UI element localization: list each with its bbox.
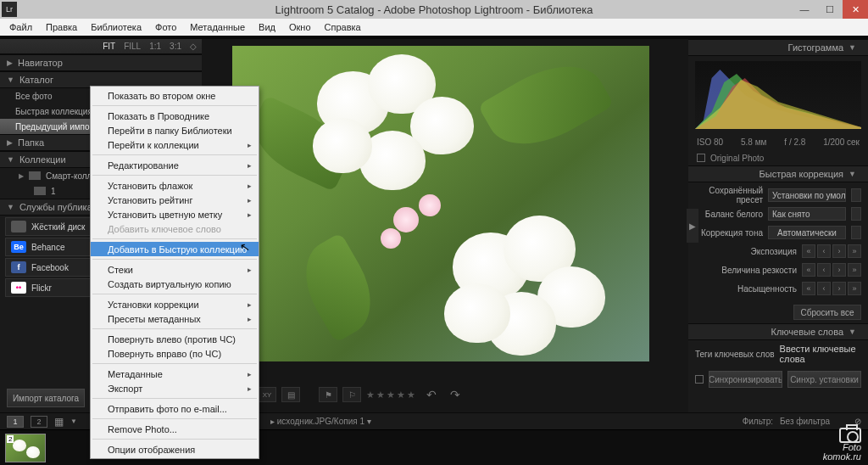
flickr-icon: •• [11,282,26,294]
tone-expand[interactable] [851,226,861,239]
checkbox-icon[interactable] [697,154,705,162]
right-panel: ▶ Гистограмма ▼ ISO 80 5.8 мм f / 2.8 1/… [688,39,868,412]
ctx-перейти-к-коллекции[interactable]: Перейти к коллекции [91,137,259,152]
ctx-установить-рейтинг[interactable]: Установить рейтинг [91,193,259,207]
view-survey-button[interactable]: ▤ [281,387,300,402]
histogram-header[interactable]: Гистограмма ▼ [688,39,868,56]
zoom-fit[interactable]: FIT [103,42,115,51]
ctx-пресеты-метаданных[interactable]: Пресеты метаданных [91,311,259,326]
wb-dropdown[interactable]: Как снято [768,207,846,221]
import-catalog-button[interactable]: Импорт каталога [7,389,85,407]
chevron-down-icon[interactable]: ▼ [70,417,77,425]
screen-2-button[interactable]: 2 [31,416,47,428]
sync-checkbox[interactable] [695,375,704,384]
right-panel-collapse[interactable]: ▶ [687,209,698,243]
vibrance-label: Насыщенность [695,284,797,294]
rotate-left-button[interactable]: ↶ [422,387,441,402]
sync-row: Синхронизировать Синхр. установки [688,367,868,391]
clarity-plus1[interactable]: › [832,263,846,277]
menu-view[interactable]: Вид [253,20,281,34]
ctx-повернуть-влево-против-чс-[interactable]: Повернуть влево (против ЧС) [91,332,259,346]
menu-metadata[interactable]: Метаданные [184,20,251,34]
grid-icon[interactable]: ▦ [54,416,64,428]
context-menu: Показать во втором окнеПоказать в Провод… [90,86,259,459]
clarity-plus2[interactable]: » [848,263,861,277]
expo-minus1[interactable]: ‹ [817,244,831,258]
folders-label: Папка [18,137,44,148]
keyword-tags-dropdown[interactable]: Ввести ключевые слова [780,344,856,364]
rating-stars[interactable]: ★★★★★ [366,389,417,401]
navigator-header[interactable]: ▶ Навигатор [0,54,202,71]
view-compare-button[interactable]: XY [258,387,276,402]
loupe-image[interactable] [232,46,649,361]
clarity-minus2[interactable]: « [802,263,815,277]
ctx-remove-photo-[interactable]: Remove Photo... [91,422,259,436]
histogram-label: Гистограмма [788,42,844,53]
zoom-3-1[interactable]: 3:1 [170,42,181,51]
vib-minus1[interactable]: ‹ [817,282,831,295]
reset-all-button[interactable]: Сбросить все [793,305,861,320]
menu-edit[interactable]: Правка [40,20,83,34]
keywords-header[interactable]: Ключевые слова ▼ [688,323,868,340]
ctx-добавить-в-быструю-коллекцию[interactable]: Добавить в Быструю коллекцию [91,242,259,256]
preset-dropdown[interactable]: Установки по умолчанию [768,188,846,202]
quickdev-header[interactable]: Быстрая коррекция ▼ [688,165,868,182]
menu-library[interactable]: Библиотека [85,20,147,34]
filter-label: Фильтр: [743,417,773,426]
ctx-отправить-фото-по-e-mail-[interactable]: Отправить фото по e-mail... [91,401,259,416]
folder-icon [29,171,41,180]
vib-plus2[interactable]: » [848,282,861,295]
clarity-steppers: « ‹ › » [802,263,861,277]
ctx-повернуть-вправо-по-чс-[interactable]: Повернуть вправо (по ЧС) [91,346,259,361]
menu-file[interactable]: Файл [3,20,38,34]
chevron-right-icon: ▶ [19,172,24,180]
menu-help[interactable]: Справка [319,20,367,34]
catalog-item-label: Быстрая коллекция [15,107,92,116]
histo-aperture: f / 2.8 [784,137,805,147]
zoom-1-1[interactable]: 1:1 [149,42,161,51]
breadcrumb-path[interactable]: ▸ исходник.JPG/Копия 1 ▾ [270,417,371,426]
rotate-right-button[interactable]: ↷ [446,387,465,402]
tone-auto-button[interactable]: Автоматически [768,226,846,239]
ctx-метаданные[interactable]: Метаданные [91,367,259,381]
clarity-minus1[interactable]: ‹ [817,263,831,277]
catalog-item-label: Все фото [15,92,53,101]
vib-minus2[interactable]: « [802,282,815,295]
histo-shutter: 1/200 сек [823,137,860,147]
ctx-установки-коррекции[interactable]: Установки коррекции [91,297,259,311]
ctx-экспорт[interactable]: Экспорт [91,381,259,395]
filmstrip-thumb[interactable]: 2 [5,434,46,462]
ctx-показать-во-втором-окне[interactable]: Показать во втором окне [91,88,259,103]
ctx-установить-флажок[interactable]: Установить флажок [91,178,259,193]
sync-settings-button[interactable]: Синхр. установки [787,371,861,388]
thumb-badge: 2 [7,435,14,443]
ctx-установить-цветную-метку[interactable]: Установить цветную метку [91,207,259,221]
preset-expand[interactable] [851,188,861,202]
filter-dropdown[interactable]: Без фильтра [780,417,848,426]
center-panel: ▦ ▭ XY ▤ ⚑ ⚐ ★★★★★ ↶ ↷ [202,39,688,412]
expo-plus1[interactable]: › [832,244,846,258]
ctx-создать-виртуальную-копию[interactable]: Создать виртуальную копию [91,277,259,291]
original-photo-row[interactable]: Original Photo [688,150,868,165]
exposure-steppers: « ‹ › » [802,244,861,258]
sync-button[interactable]: Синхронизировать [709,371,782,388]
catalog-label: Каталог [19,75,53,85]
expo-minus2[interactable]: « [802,244,815,258]
vib-plus1[interactable]: › [832,282,846,295]
ctx-опции-отображения[interactable]: Опции отображения [91,442,259,457]
zoom-more-icon[interactable]: ◇ [190,42,197,51]
flag-reject-button[interactable]: ⚐ [342,387,361,402]
flag-pick-button[interactable]: ⚑ [319,387,337,402]
histo-iso: ISO 80 [697,137,723,147]
ctx-перейти-в-папку-библиотеки[interactable]: Перейти в папку Библиотеки [91,123,259,137]
ctx-редактирование[interactable]: Редактирование [91,158,259,172]
zoom-fill[interactable]: FILL [124,42,141,51]
expo-plus2[interactable]: » [848,244,861,258]
keywords-label: Ключевые слова [771,327,843,337]
menu-window[interactable]: Окно [283,20,317,34]
wb-expand[interactable] [851,207,861,221]
screen-1-button[interactable]: 1 [7,416,24,428]
ctx-показать-в-проводнике[interactable]: Показать в Проводнике [91,109,259,123]
ctx-стеки[interactable]: Стеки [91,262,259,277]
menu-photo[interactable]: Фото [149,20,182,34]
